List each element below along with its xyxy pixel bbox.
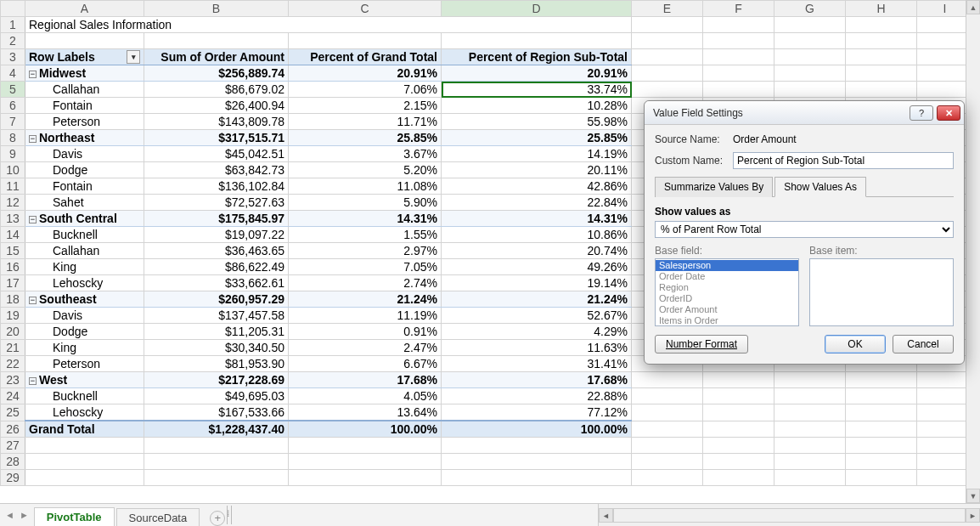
cell[interactable]: [632, 82, 703, 98]
scrollbar-track[interactable]: [613, 508, 966, 523]
cell[interactable]: [632, 438, 703, 454]
cell[interactable]: [144, 454, 289, 470]
pivot-col-header[interactable]: Percent of Region Sub-Total: [442, 49, 632, 65]
col-header-E[interactable]: E: [632, 1, 703, 17]
pivot-row-label[interactable]: Callahan: [25, 243, 144, 259]
pivot-value-cell[interactable]: 100.00%: [289, 421, 442, 438]
cell[interactable]: [144, 470, 289, 486]
ok-button[interactable]: OK: [825, 335, 886, 353]
pivot-value-cell[interactable]: $36,463.65: [144, 243, 289, 259]
col-header-C[interactable]: C: [289, 1, 442, 17]
pivot-value-cell[interactable]: 3.67%: [289, 146, 442, 162]
scroll-left-icon[interactable]: ◄: [599, 508, 613, 523]
col-header-D[interactable]: D: [442, 1, 632, 17]
pivot-value-cell[interactable]: 25.85%: [289, 130, 442, 146]
cell[interactable]: [703, 33, 774, 49]
cell[interactable]: [846, 49, 917, 65]
pivot-value-cell[interactable]: $45,042.51: [144, 146, 289, 162]
cell[interactable]: [774, 438, 846, 454]
pivot-value-cell[interactable]: $33,662.61: [144, 275, 289, 291]
cell[interactable]: [846, 388, 917, 404]
dialog-close-button[interactable]: ✕: [937, 105, 960, 121]
pivot-value-cell[interactable]: $30,340.50: [144, 340, 289, 356]
col-header-A[interactable]: A: [25, 1, 144, 17]
row-header[interactable]: 10: [1, 162, 25, 178]
pivot-value-cell[interactable]: 21.24%: [289, 291, 442, 308]
row-header[interactable]: 26: [1, 421, 25, 438]
pivot-value-cell[interactable]: 4.29%: [442, 324, 632, 340]
base-field-option[interactable]: Salesperson: [656, 260, 798, 271]
pivot-value-cell[interactable]: $86,622.49: [144, 259, 289, 275]
pivot-value-cell[interactable]: 14.31%: [442, 211, 632, 227]
col-header-G[interactable]: G: [774, 1, 846, 17]
row-header[interactable]: 4: [1, 65, 25, 82]
row-header[interactable]: 7: [1, 114, 25, 130]
pivot-value-cell[interactable]: 13.64%: [289, 404, 442, 421]
col-header-H[interactable]: H: [846, 1, 917, 17]
tab-nav-first-icon[interactable]: ◄: [5, 510, 14, 520]
row-header[interactable]: 20: [1, 324, 25, 340]
pivot-value-cell[interactable]: $86,679.02: [144, 82, 289, 98]
cell[interactable]: [774, 65, 846, 82]
collapse-icon[interactable]: −: [29, 135, 37, 143]
cell[interactable]: [917, 49, 973, 65]
cell[interactable]: Regional Sales Information: [25, 17, 632, 33]
cell[interactable]: [917, 454, 973, 470]
cell[interactable]: [917, 33, 973, 49]
vertical-scrollbar[interactable]: ▲ ▼: [966, 0, 980, 503]
cell[interactable]: [144, 33, 289, 49]
cell[interactable]: [846, 33, 917, 49]
cell[interactable]: [774, 33, 846, 49]
pivot-row-label[interactable]: Davis: [25, 308, 144, 324]
cell[interactable]: [442, 454, 632, 470]
cell[interactable]: [917, 82, 973, 98]
row-header[interactable]: 3: [1, 49, 25, 65]
col-header-I[interactable]: I: [917, 1, 973, 17]
cell[interactable]: [289, 454, 442, 470]
pivot-value-cell[interactable]: 20.11%: [442, 162, 632, 178]
pivot-value-cell[interactable]: 20.91%: [442, 65, 632, 82]
collapse-icon[interactable]: −: [29, 216, 37, 223]
pivot-row-label[interactable]: King: [25, 340, 144, 356]
pivot-value-cell[interactable]: 100.00%: [442, 421, 632, 438]
select-all-corner[interactable]: [1, 1, 25, 17]
pivot-value-cell[interactable]: 10.28%: [442, 98, 632, 114]
cell[interactable]: [442, 470, 632, 486]
pivot-value-cell[interactable]: 7.06%: [289, 82, 442, 98]
cell[interactable]: [703, 404, 774, 421]
pivot-value-cell[interactable]: $49,695.03: [144, 388, 289, 404]
row-header[interactable]: 18: [1, 291, 25, 308]
cell[interactable]: [25, 470, 144, 486]
cell[interactable]: [917, 470, 973, 486]
cell[interactable]: [703, 49, 774, 65]
pivot-value-cell[interactable]: $26,400.94: [144, 98, 289, 114]
row-header[interactable]: 23: [1, 372, 25, 388]
pivot-value-cell[interactable]: $217,228.69: [144, 372, 289, 388]
pivot-value-cell[interactable]: 7.05%: [289, 259, 442, 275]
pivot-value-cell[interactable]: 14.19%: [442, 146, 632, 162]
base-field-option[interactable]: OrderID: [656, 293, 798, 304]
tab-nav-prev-icon[interactable]: ►: [20, 510, 29, 520]
cell[interactable]: [25, 33, 144, 49]
row-header[interactable]: 16: [1, 259, 25, 275]
cell[interactable]: [632, 454, 703, 470]
cell[interactable]: [25, 438, 144, 454]
row-header[interactable]: 1: [1, 17, 25, 33]
cell[interactable]: [632, 65, 703, 82]
pivot-col-header[interactable]: Sum of Order Amount: [144, 49, 289, 65]
row-header[interactable]: 14: [1, 227, 25, 243]
pivot-value-cell[interactable]: $260,957.29: [144, 291, 289, 308]
cell[interactable]: [144, 438, 289, 454]
sheet-tab-pivottable[interactable]: PivotTable: [34, 507, 115, 526]
pivot-value-cell[interactable]: 11.63%: [442, 340, 632, 356]
scroll-down-icon[interactable]: ▼: [966, 489, 980, 503]
pivot-row-label[interactable]: Lehoscky: [25, 275, 144, 291]
cell[interactable]: [774, 388, 846, 404]
cell[interactable]: [289, 438, 442, 454]
base-field-option[interactable]: Order Amount: [656, 304, 798, 315]
cell[interactable]: [289, 33, 442, 49]
base-field-option[interactable]: Region: [656, 282, 798, 293]
cell[interactable]: [846, 421, 917, 438]
cancel-button[interactable]: Cancel: [893, 335, 954, 353]
horizontal-scrollbar[interactable]: ◄ ►: [598, 504, 980, 526]
